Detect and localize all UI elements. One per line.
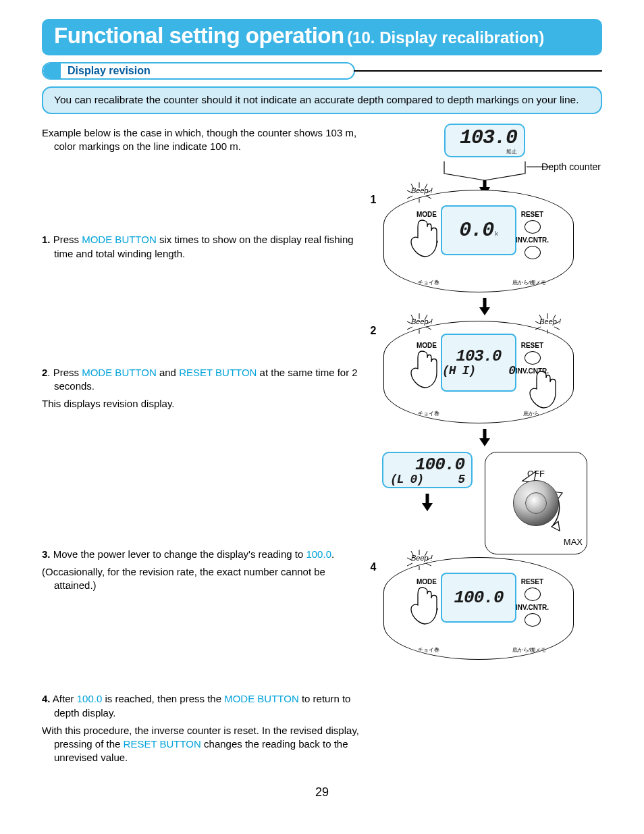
step-4-pre: After	[51, 693, 77, 704]
example-text: Example below is the case in which, thou…	[42, 126, 359, 154]
reset-label-4: RESET	[521, 578, 543, 585]
svg-line-42	[426, 563, 431, 566]
beep-label-2l: Beep !	[411, 317, 433, 325]
left-column: Example below is the case in which, thou…	[42, 126, 359, 769]
title-main: Functional setting operation	[54, 23, 344, 48]
step-3-post: .	[331, 548, 334, 560]
device-4-screen: 100.0	[441, 573, 516, 623]
dial-max-label: MAX	[564, 537, 583, 547]
reset-button-2[interactable]	[525, 351, 541, 365]
svg-line-26	[535, 327, 541, 330]
right-column: 103.0 船止 Depth counter 1	[367, 126, 602, 769]
step-4-num: 4.	[42, 693, 51, 704]
device-1-screen: 0.0 k	[441, 205, 516, 255]
step-4-mid: is reached, then press the	[102, 693, 224, 704]
step-2-line2: This displays revision display.	[42, 397, 359, 411]
soko-label: 底から/棚メモ	[512, 279, 546, 286]
step-3-val: 100.0	[306, 548, 331, 560]
invcntr-label-4: INV.CNTR.	[516, 604, 549, 611]
step-2-btn1: MODE BUTTON	[82, 367, 157, 378]
beep-label-4: Beep !	[411, 554, 433, 562]
device-fig-1: Beep ! MODE RESET INV.CNTR. 底から/棚メモ PICK…	[383, 190, 574, 292]
page-number: 29	[42, 785, 602, 800]
lcd-step3: 100.0 (L 0) 5	[382, 452, 473, 488]
svg-line-40	[407, 563, 412, 566]
lcd-top: 103.0 船止	[444, 124, 525, 157]
invcntr-button[interactable]	[525, 246, 541, 259]
hand-press-icon	[407, 217, 441, 259]
section-header: Display revision	[61, 65, 151, 77]
svg-line-20	[426, 327, 431, 330]
step-1-pre: Press	[53, 234, 82, 245]
fig-badge-1: 1	[367, 190, 379, 206]
section-pill: Display revision	[42, 62, 355, 80]
step-2-btn2: RESET BUTTON	[179, 367, 257, 378]
device-2-br: 0	[508, 365, 515, 377]
reset-button-4[interactable]	[525, 588, 541, 601]
svg-marker-12	[479, 307, 490, 315]
invcntr-label: INV.CNTR.	[516, 236, 549, 244]
step-1-btn: MODE BUTTON	[82, 234, 157, 245]
svg-line-8	[407, 196, 412, 199]
title-sub: (10. Display recalibration)	[347, 28, 544, 47]
lcd-step3-br: 5	[458, 473, 464, 486]
device-fig-4: Beep ! MODE RESET INV.CNTR. 底から/棚メモ PICK…	[383, 557, 574, 660]
section-header-row: Display revision	[42, 62, 602, 80]
hand-press-icon-2l	[407, 348, 441, 390]
step-3: 3. Move the power lever to change the di…	[42, 548, 359, 561]
soko-label-4: 底から/棚メモ	[512, 646, 546, 654]
reset-button[interactable]	[525, 220, 541, 234]
svg-line-28	[554, 327, 560, 330]
choi-label: チョイ巻	[418, 279, 439, 286]
svg-line-18	[407, 327, 412, 330]
lcd-top-val: 103.0	[460, 128, 517, 148]
step-4-btn: MODE BUTTON	[224, 693, 299, 704]
dial-cap	[525, 492, 547, 514]
invcntr-button-4[interactable]	[525, 613, 541, 627]
step-3-line2: (Occasionally, for the revision rate, th…	[42, 565, 359, 593]
step-2-mid: and	[157, 367, 179, 378]
step-4-line2b: RESET BUTTON	[124, 738, 201, 750]
device-2-screen: 103.0 (H I) 0	[441, 334, 516, 392]
svg-line-10	[426, 196, 431, 199]
fig-badge-2: 2	[367, 321, 379, 337]
step-4-val: 100.0	[77, 693, 103, 704]
step-2: 2. Press MODE BUTTON and RESET BUTTON at…	[42, 366, 359, 394]
lcd-top-sub: 船止	[506, 149, 517, 155]
step-4: 4. After 100.0 is reached, then press th…	[42, 692, 359, 720]
step-2-pre: . Press	[47, 367, 82, 378]
lcd-step3-bl: (L 0)	[390, 473, 423, 486]
step-3-num: 3.	[42, 548, 51, 560]
device-4-val: 100.0	[454, 589, 503, 606]
arrow-down-icon-3	[419, 492, 435, 513]
arrow-down-icon-2	[477, 427, 493, 448]
device-2-top: 103.0	[456, 348, 501, 365]
section-rule	[354, 70, 602, 72]
svg-marker-34	[552, 521, 560, 531]
step-4-line2: With this procedure, the inverse counter…	[42, 724, 359, 765]
pill-cap	[43, 63, 61, 78]
device-2-bl: (H I)	[442, 365, 475, 377]
device-fig-2: Beep ! Beep ! MODE RESET INV.CNTR.	[383, 321, 574, 423]
choi-label-4: チョイ巻	[418, 646, 439, 654]
device-1-val: 0.0	[459, 220, 493, 240]
step-3-pre: Move the power lever to change the displ…	[51, 548, 306, 560]
hand-press-icon-2r	[526, 369, 560, 411]
lcd-step3-top: 100.0	[415, 456, 464, 473]
page-title-bar: Functional setting operation (10. Displa…	[42, 19, 602, 55]
beep-label-2r: Beep !	[539, 317, 561, 325]
fig-badge-4: 4	[367, 557, 379, 573]
step-1-num: 1.	[42, 234, 51, 245]
svg-marker-30	[479, 438, 490, 446]
choi-label-2: チョイ巻	[418, 410, 439, 417]
arrow-down-icon	[477, 296, 493, 317]
svg-marker-32	[422, 503, 433, 511]
depth-counter-label: Depth counter	[366, 161, 603, 172]
intro-box: You can recalibrate the counter should i…	[42, 86, 602, 114]
power-lever-dial[interactable]: OFF MAX	[485, 452, 587, 554]
beep-label-1: Beep !	[411, 186, 433, 194]
device-1-sub: k	[495, 231, 498, 237]
hand-press-icon-4	[407, 585, 441, 627]
reset-label: RESET	[521, 211, 543, 218]
reset-label-2: RESET	[521, 342, 543, 349]
